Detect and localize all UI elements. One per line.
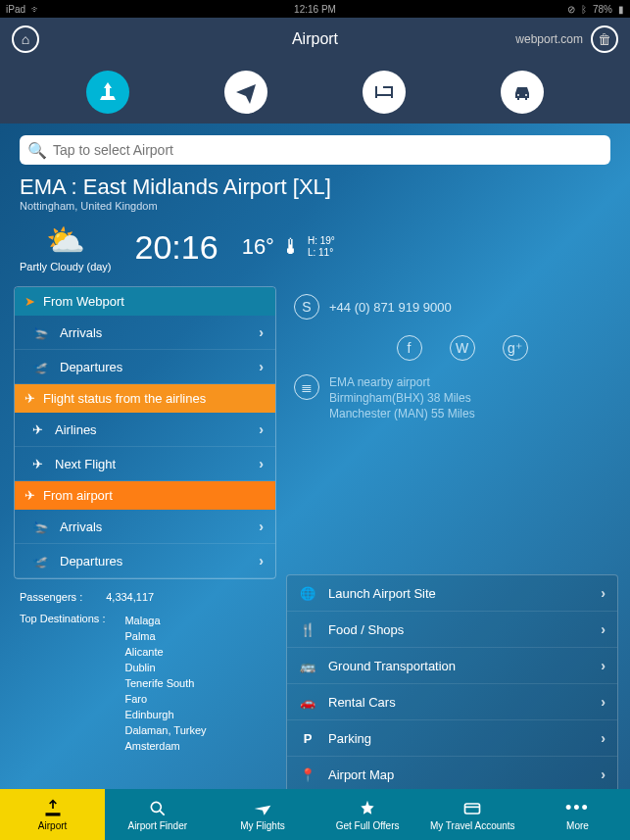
bottom-nav: Airport Airport Finder My Flights Get Fu… (0, 789, 630, 840)
flight-menu: ➤ From Webport 🛬Arrivals › 🛫Departures ›… (14, 286, 276, 579)
menu-departures-2[interactable]: 🛫Departures › (15, 544, 275, 578)
menu-arrivals-2[interactable]: 🛬Arrivals › (15, 510, 275, 544)
weather-icon: ⛅ (20, 222, 112, 259)
chevron-right-icon: › (259, 359, 264, 374)
nearby-title: EMA nearby airport (329, 374, 475, 390)
temperature: 16° (242, 234, 274, 260)
tab-car[interactable] (501, 71, 544, 114)
list-item: Alicante (124, 644, 206, 660)
mode-tabs (0, 61, 630, 124)
panel-food-shops[interactable]: 🍴Food / Shops › (287, 612, 617, 648)
home-button[interactable]: ⌂ (12, 25, 39, 53)
wikipedia-icon[interactable]: W (450, 335, 475, 361)
more-icon: ••• (565, 798, 590, 818)
map-pin-icon: 📍 (299, 766, 316, 783)
nearby-line2: Manchester (MAN) 55 Miles (329, 406, 475, 421)
menu-header-webport-label: From Webport (43, 294, 124, 309)
list-item: Dublin (124, 660, 206, 675)
chevron-right-icon: › (601, 621, 606, 637)
rotation-lock-icon: ⊘ (567, 4, 575, 15)
airport-subtitle: Nottingham, United Kingdom (20, 200, 610, 212)
car-icon: 🚗 (299, 693, 316, 711)
chevron-right-icon: › (601, 585, 606, 601)
menu-header-airport-label: From airport (43, 488, 113, 503)
arrivals-icon: 🛬 (32, 519, 48, 534)
chevron-right-icon: › (259, 519, 264, 534)
destinations-list: Malaga Palma Alicante Dublin Tenerife So… (124, 613, 206, 754)
nearby-icon[interactable]: ≣ (294, 374, 319, 400)
nav-more[interactable]: ••• More (525, 789, 630, 840)
panel-airport-map[interactable]: 📍Airport Map › (287, 757, 617, 793)
nav-airport-finder[interactable]: Airport Finder (105, 789, 210, 840)
plane-icon: ✈ (24, 488, 35, 503)
list-item: Faro (124, 691, 206, 707)
airline-icon: ✈ (32, 422, 43, 437)
bus-icon: 🚌 (299, 657, 316, 674)
battery-icon: ▮ (618, 4, 624, 15)
nav-airport[interactable]: Airport (0, 789, 105, 840)
tab-airport[interactable] (86, 71, 129, 114)
weather-row: ⛅ Partly Cloudy (day) 20:16 16° 🌡 H: 19°… (0, 214, 630, 286)
googleplus-icon[interactable]: g⁺ (503, 335, 528, 361)
page-title: Airport (292, 30, 338, 48)
search-icon: 🔍 (27, 141, 47, 160)
delete-button[interactable]: 🗑 (591, 25, 618, 53)
temp-low: L: 11° (308, 247, 335, 259)
bluetooth-icon: ᛒ (581, 4, 587, 15)
stats-block: Passengers : 4,334,117 Top Destinations … (14, 579, 276, 766)
menu-next-flight[interactable]: ✈Next Flight › (15, 447, 275, 481)
wifi-icon: ᯤ (31, 4, 41, 15)
departures-icon: 🛫 (32, 554, 48, 568)
panel-rental-cars[interactable]: 🚗Rental Cars › (287, 684, 617, 720)
device-label: iPad (6, 4, 25, 15)
menu-departures[interactable]: 🛫Departures › (15, 350, 275, 384)
local-time: 20:16 (135, 228, 218, 267)
tab-send[interactable] (224, 71, 267, 114)
list-item: Palma (124, 628, 206, 644)
menu-arrivals[interactable]: 🛬Arrivals › (15, 316, 275, 350)
list-item: Edinburgh (124, 707, 206, 722)
list-item: Amsterdam (124, 738, 206, 754)
battery-label: 78% (593, 4, 612, 15)
panel-parking[interactable]: PParking › (287, 720, 617, 757)
nav-travel-accounts[interactable]: My Travel Accounts (420, 789, 525, 840)
parking-icon: P (299, 729, 316, 747)
food-icon: 🍴 (299, 620, 316, 638)
nav-my-flights[interactable]: My Flights (210, 789, 315, 840)
tab-hotel[interactable] (363, 71, 406, 114)
next-flight-icon: ✈ (32, 457, 43, 471)
search-input-wrap[interactable]: 🔍 (20, 135, 610, 165)
menu-header-webport: ➤ From Webport (15, 287, 275, 316)
list-item: Tenerife South (124, 675, 206, 691)
list-item: Malaga (124, 613, 206, 628)
passengers-label: Passengers : (20, 591, 82, 603)
departures-icon: 🛫 (32, 360, 48, 374)
facebook-icon[interactable]: f (397, 335, 422, 361)
header-bar: ⌂ Airport webport.com 🗑 (0, 18, 630, 61)
panel-launch-site[interactable]: 🌐Launch Airport Site › (287, 575, 617, 612)
site-label: webport.com (515, 32, 583, 46)
chevron-right-icon: › (259, 421, 264, 437)
menu-header-airlines-label: Flight status from the airlines (43, 391, 206, 406)
chevron-right-icon: › (601, 730, 606, 746)
chevron-right-icon: › (259, 324, 264, 340)
airport-title: EMA : East Midlands Airport [XL] (20, 174, 610, 200)
chevron-right-icon: › (259, 456, 264, 471)
temp-high: H: 19° (308, 235, 335, 247)
chevron-right-icon: › (601, 694, 606, 710)
weather-condition: Partly Cloudy (day) (20, 261, 112, 272)
plane-icon: ✈ (24, 391, 35, 406)
list-item: Dalaman, Turkey (124, 722, 206, 738)
menu-header-airport: ✈ From airport (15, 481, 275, 510)
globe-icon: 🌐 (299, 584, 316, 602)
skype-icon[interactable]: S (294, 294, 319, 320)
chevron-right-icon: › (259, 553, 264, 568)
panel-ground-transport[interactable]: 🚌Ground Transportation › (287, 648, 617, 684)
search-input[interactable] (53, 142, 603, 158)
status-time: 12:16 PM (294, 4, 336, 15)
nav-get-offers[interactable]: Get Full Offers (315, 789, 420, 840)
chevron-right-icon: › (601, 766, 606, 782)
passengers-value: 4,334,117 (106, 591, 154, 603)
menu-airlines[interactable]: ✈Airlines › (15, 413, 275, 447)
arrivals-icon: 🛬 (32, 325, 48, 340)
